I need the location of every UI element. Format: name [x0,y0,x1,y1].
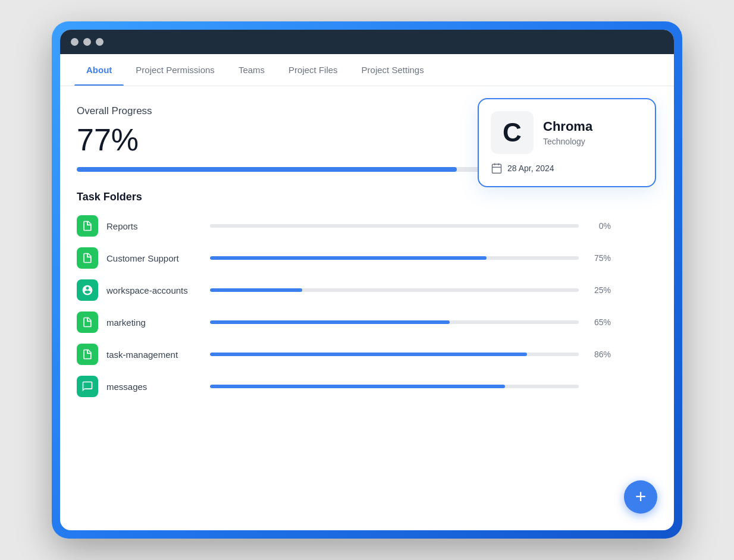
folder-row-task-management[interactable]: task-management 86% [77,344,657,365]
svg-rect-0 [493,164,501,173]
folder-icon-marketing [77,312,98,333]
folder-percent-workspace-accounts: 25% [587,285,611,295]
project-category: Technology [543,137,592,146]
folder-track-customer-support [210,256,579,260]
folder-percent-task-management: 86% [587,350,611,359]
fab-icon: + [635,487,647,506]
title-bar [60,30,674,54]
folder-name-marketing: marketing [106,317,202,328]
folder-fill-task-management [210,353,527,356]
task-folders-title: Task Folders [77,191,657,203]
project-card: C Chroma Technology 28 Apr, 2024 [478,98,656,187]
folder-track-task-management [210,353,579,356]
fab-button[interactable]: + [624,480,657,514]
folder-row-workspace-accounts[interactable]: workspace-accounts 25% [77,279,657,301]
project-avatar: C [491,111,534,154]
project-name: Chroma [543,119,592,134]
content-area: Overall Progress 77% Task Folders Report… [60,86,674,530]
folder-percent-reports: 0% [587,221,611,231]
folder-name-task-management: task-management [106,350,202,360]
folder-icon-customer-support [77,247,98,269]
nav-tabs: About Project Permissions Teams Project … [60,54,674,86]
tab-project-settings[interactable]: Project Settings [350,54,436,86]
folder-track-messages [210,385,579,388]
folder-name-customer-support: Customer Support [106,253,202,263]
folder-fill-customer-support [210,256,487,260]
folder-fill-messages [210,385,505,388]
tab-teams[interactable]: Teams [227,54,277,86]
folder-icon-task-management [77,344,98,365]
folder-fill-workspace-accounts [210,288,302,292]
folder-row-customer-support[interactable]: Customer Support 75% [77,247,657,269]
project-date: 28 Apr, 2024 [491,162,643,174]
traffic-light-red[interactable] [71,38,79,46]
browser-window: About Project Permissions Teams Project … [60,30,674,530]
folder-row-marketing[interactable]: marketing 65% [77,312,657,333]
folder-name-workspace-accounts: workspace-accounts [106,285,202,295]
folder-track-reports [210,224,579,228]
project-info: Chroma Technology [543,119,592,146]
folder-track-marketing [210,320,579,324]
folder-icon-reports [77,215,98,237]
folder-row-messages[interactable]: messages [77,376,657,397]
tab-project-permissions[interactable]: Project Permissions [124,54,227,86]
traffic-light-green[interactable] [96,38,103,46]
folder-row-reports[interactable]: Reports 0% [77,215,657,237]
project-date-text: 28 Apr, 2024 [507,163,554,173]
folder-fill-marketing [210,320,450,324]
folder-name-messages: messages [106,382,202,392]
traffic-light-yellow[interactable] [83,38,91,46]
tab-project-files[interactable]: Project Files [277,54,350,86]
outer-frame: About Project Permissions Teams Project … [52,21,682,539]
folder-percent-marketing: 65% [587,317,611,327]
project-card-top: C Chroma Technology [491,111,643,154]
tab-about[interactable]: About [74,54,124,86]
folder-track-workspace-accounts [210,288,579,292]
folder-icon-workspace-accounts [77,279,98,301]
folder-icon-messages [77,376,98,397]
overall-progress-fill [77,167,457,172]
folder-percent-customer-support: 75% [587,253,611,263]
task-folders-section: Task Folders Reports 0% [77,191,657,397]
calendar-icon [491,162,503,174]
folder-name-reports: Reports [106,221,202,231]
